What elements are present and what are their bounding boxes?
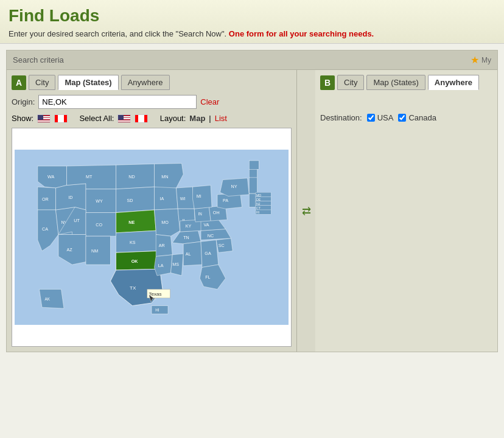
swap-button[interactable]: ⇄ [297,70,315,352]
search-content: A City Map (States) Anywhere Origin: Cle… [7,70,497,352]
svg-text:AK: AK [45,297,51,301]
show-label: Show: [12,114,33,123]
us-map[interactable]: WA OR CA NV ID MT [15,131,289,344]
svg-text:MN: MN [161,174,168,179]
state-ME[interactable] [249,161,259,169]
state-SD[interactable] [116,187,155,212]
svg-text:MI: MI [197,193,201,199]
tab-dest-map-states[interactable]: Map (States) [366,75,425,90]
svg-text:MT: MT [86,174,93,179]
svg-text:TX: TX [130,285,136,291]
state-NJ[interactable] [249,193,256,207]
tab-origin-city[interactable]: City [29,75,55,90]
tab-dest-city[interactable]: City [337,75,364,90]
state-IA[interactable] [155,187,178,210]
swap-icon: ⇄ [302,204,311,218]
page-subtitle: Enter your desired search criteria, and … [9,29,495,38]
svg-text:CA: CA [42,226,48,232]
svg-text:DE: DE [256,198,261,201]
svg-text:NC: NC [208,233,214,238]
state-OK[interactable] [116,251,160,271]
origin-input-row: Origin: Clear [12,95,292,109]
svg-text:PA: PA [223,198,228,203]
svg-text:RI: RI [256,210,259,214]
svg-text:UT: UT [74,218,80,223]
layout-list-link[interactable]: List [215,114,227,123]
tab-dest-anywhere[interactable]: Anywhere [428,75,479,90]
us-flag-show[interactable] [37,114,51,123]
svg-text:AL: AL [186,251,191,257]
separator [71,114,75,123]
svg-text:SC: SC [219,243,225,248]
dest-label: Destination: [320,113,362,122]
state-AK[interactable] [40,290,65,309]
svg-text:KY: KY [186,223,192,229]
state-ND[interactable] [116,164,155,189]
svg-text:OR: OR [42,196,49,202]
svg-text:ID: ID [68,195,72,200]
layout-pipe: | [209,114,211,123]
state-IN[interactable] [194,207,211,222]
dest-tab-row: B City Map (States) Anywhere [320,75,492,90]
select-all-label: Select All: [79,114,114,123]
state-NH[interactable] [249,169,257,178]
svg-text:CT: CT [256,206,261,210]
svg-text:NE: NE [128,220,135,225]
svg-text:GA: GA [205,251,211,256]
search-panel: Search criteria ★ My A City Map (States)… [6,50,498,352]
destination-section: B City Map (States) Anywhere Destination… [315,70,497,352]
svg-text:SD: SD [127,198,133,203]
svg-text:MS: MS [172,262,179,267]
origin-label: Origin: [12,97,35,106]
origin-tab-row: A City Map (States) Anywhere [12,75,292,90]
state-NM[interactable] [86,236,111,265]
clear-button[interactable]: Clear [200,97,219,106]
subtitle-highlight: One form for all your searching needs. [229,29,374,38]
origin-letter: A [12,75,26,90]
dest-letter: B [320,75,335,90]
layout-label: Layout: [160,114,186,123]
star-icon: ★ [471,54,479,66]
svg-text:LA: LA [158,263,164,268]
state-HI[interactable] [152,306,168,315]
svg-text:CO: CO [96,222,102,228]
svg-text:VA: VA [204,222,209,228]
origin-section: A City Map (States) Anywhere Origin: Cle… [7,70,297,352]
my-favorites[interactable]: ★ My [471,54,491,66]
svg-text:AR: AR [159,243,165,248]
ca-flag-show[interactable] [54,114,68,123]
search-panel-header: Search criteria ★ My [7,50,497,70]
svg-text:IN: IN [198,212,203,216]
svg-text:FL: FL [205,274,210,280]
svg-text:NY: NY [231,184,237,189]
svg-text:KS: KS [130,240,136,245]
canada-label[interactable]: Canada [408,113,436,122]
tab-origin-anywhere[interactable]: Anywhere [121,75,170,90]
map-container[interactable]: WA OR CA NV ID MT [12,128,292,347]
ca-flag-select[interactable] [135,114,148,123]
canada-checkbox[interactable] [398,114,406,122]
usa-checkbox[interactable] [367,114,375,122]
svg-text:IA: IA [160,196,164,201]
origin-input[interactable] [38,95,197,109]
layout-separator-space [152,114,156,123]
canada-checkbox-row: Canada [398,113,436,122]
us-flag-select[interactable] [117,114,131,123]
state-MA[interactable] [249,177,257,193]
page-header: Find Loads Enter your desired search cri… [0,0,504,44]
usa-label[interactable]: USA [377,113,394,122]
svg-text:ND: ND [128,174,135,179]
layout-map[interactable]: Map [189,114,205,123]
svg-text:OK: OK [131,259,139,264]
dest-label-row: Destination: USA Canada [320,95,492,122]
page-title: Find Loads [9,6,495,26]
svg-text:NM: NM [91,248,98,254]
svg-text:AZ: AZ [67,247,73,252]
state-NC[interactable] [201,229,231,240]
state-KS[interactable] [116,231,158,252]
svg-text:WI: WI [180,196,186,201]
state-NE[interactable] [116,210,156,233]
svg-text:WA: WA [47,174,55,179]
tab-origin-map-states[interactable]: Map (States) [58,75,118,90]
state-MI[interactable] [193,186,212,209]
